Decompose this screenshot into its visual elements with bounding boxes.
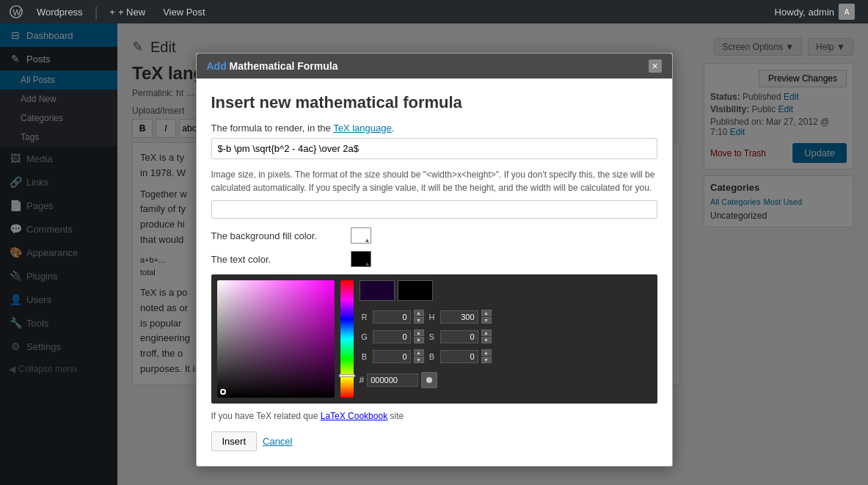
svg-point-2 <box>426 377 432 383</box>
g-label: G <box>360 332 370 341</box>
b2-spin-down[interactable]: ▼ <box>481 357 492 363</box>
b-spin-down[interactable]: ▼ <box>414 357 424 363</box>
b-input[interactable] <box>373 350 411 363</box>
image-size-input[interactable] <box>211 200 657 219</box>
color-gradient-area[interactable] <box>217 280 335 398</box>
modal-header: Add Mathematical Formula × <box>197 54 672 79</box>
s-input[interactable] <box>440 330 478 343</box>
r-input[interactable] <box>373 310 411 324</box>
svg-text:W: W <box>13 7 21 17</box>
h-spin-down[interactable]: ▼ <box>481 317 492 324</box>
color-spectrum-bar[interactable] <box>340 280 354 398</box>
new-icon: + <box>109 7 115 18</box>
b2-input[interactable] <box>440 350 478 363</box>
bg-color-label: The background fill color. <box>211 230 343 241</box>
spectrum-cursor <box>339 374 355 377</box>
r-label: R <box>360 313 370 321</box>
text-color-swatch[interactable]: ▲ <box>351 251 371 267</box>
hash-row: # <box>360 372 492 388</box>
insert-button[interactable]: Insert <box>211 431 258 451</box>
footer-text: If you have TeX related que LaTeX Cookbo… <box>211 411 657 421</box>
b2-label: B <box>427 352 437 361</box>
color-preview-area <box>360 280 492 301</box>
b-spinner[interactable]: ▲ ▼ <box>414 349 424 363</box>
b-field-row: B ▲ ▼ B ▲ ▼ <box>360 349 492 363</box>
avatar: A <box>839 4 855 20</box>
h-input[interactable] <box>440 310 478 324</box>
r-field-row: R ▲ ▼ H ▲ ▼ <box>360 310 492 324</box>
color-picker: R ▲ ▼ H ▲ ▼ <box>211 274 657 404</box>
b-label: B <box>360 352 370 361</box>
g-spinner[interactable]: ▲ ▼ <box>414 329 424 343</box>
tex-language-link[interactable]: TeX language <box>333 123 392 134</box>
r-spin-down[interactable]: ▼ <box>414 317 424 324</box>
formula-label: The formula to render, in the TeX langua… <box>211 123 657 134</box>
h-spinner[interactable]: ▲ ▼ <box>481 310 492 324</box>
b2-spin-up[interactable]: ▲ <box>481 349 492 356</box>
cancel-button[interactable]: Cancel <box>263 431 292 451</box>
color-controls-area: R ▲ ▼ H ▲ ▼ <box>360 280 492 398</box>
modal-body: Insert new mathematical formula The form… <box>197 79 672 466</box>
b-spin-up[interactable]: ▲ <box>414 349 424 356</box>
b2-spinner[interactable]: ▲ ▼ <box>481 349 492 363</box>
bg-color-row: The background fill color. ▲ <box>211 227 657 244</box>
formula-input[interactable] <box>211 138 657 159</box>
new-label: + New <box>118 7 145 18</box>
modal-overlay: Add Mathematical Formula × Insert new ma… <box>0 23 868 485</box>
g-input[interactable] <box>373 330 411 343</box>
hex-input[interactable] <box>367 373 418 387</box>
s-label: S <box>427 332 437 341</box>
latex-cookbook-link[interactable]: LaTeX Cookbook <box>321 411 387 421</box>
g-spin-down[interactable]: ▼ <box>414 337 424 343</box>
r-spinner[interactable]: ▲ ▼ <box>414 310 424 324</box>
modal-title: Add Mathematical Formula <box>207 60 338 72</box>
hash-symbol: # <box>360 375 365 385</box>
s-spinner[interactable]: ▲ ▼ <box>481 329 492 343</box>
modal-buttons: Insert Cancel <box>211 431 657 451</box>
text-color-label: The text color. <box>211 254 343 265</box>
bg-color-arrow-icon: ▲ <box>365 237 371 244</box>
eyedropper-button[interactable] <box>421 372 437 388</box>
s-spin-up[interactable]: ▲ <box>481 329 492 336</box>
image-size-desc: Image size, in pixels. The format of the… <box>211 168 657 194</box>
bg-color-swatch[interactable]: ▲ <box>351 227 371 244</box>
wp-logo[interactable]: W <box>6 1 26 22</box>
color-new-preview <box>398 280 433 301</box>
r-spin-up[interactable]: ▲ <box>414 310 424 316</box>
g-field-row: G ▲ ▼ S ▲ ▼ <box>360 329 492 343</box>
s-spin-down[interactable]: ▼ <box>481 337 492 343</box>
site-name[interactable]: Wordpress <box>29 0 90 23</box>
gradient-cursor <box>220 389 226 395</box>
admin-bar: W Wordpress | + + New View Post Howdy, a… <box>0 0 868 23</box>
text-color-row: The text color. ▲ <box>211 251 657 267</box>
new-button[interactable]: + + New <box>102 0 153 23</box>
modal-close-button[interactable]: × <box>649 59 662 73</box>
color-old-preview <box>360 280 395 301</box>
h-spin-up[interactable]: ▲ <box>481 310 492 316</box>
h-label: H <box>427 313 437 321</box>
text-color-arrow-icon: ▲ <box>365 260 371 267</box>
modal-section-title: Insert new mathematical formula <box>211 93 657 112</box>
howdy-label: Howdy, admin A <box>767 4 862 20</box>
add-formula-modal: Add Mathematical Formula × Insert new ma… <box>196 53 673 467</box>
view-post-link[interactable]: View Post <box>156 0 213 23</box>
g-spin-up[interactable]: ▲ <box>414 329 424 336</box>
